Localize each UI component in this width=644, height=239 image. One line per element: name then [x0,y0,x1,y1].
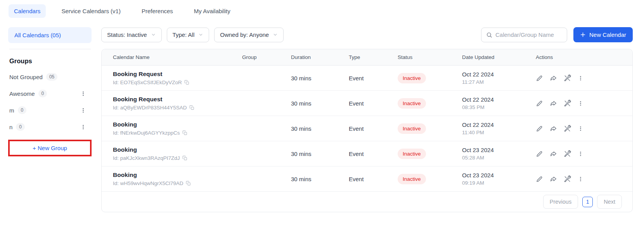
next-page-button[interactable]: Next [597,195,622,209]
chevron-down-icon [151,32,156,37]
new-calendar-button[interactable]: New Calendar [573,27,633,42]
new-calendar-label: New Calendar [589,31,626,38]
search-input[interactable] [495,31,562,38]
share-icon[interactable] [550,125,557,132]
group-count-badge: 0 [38,90,47,97]
status-badge: Inactive [398,123,426,134]
edit-icon[interactable] [536,74,543,82]
calendar-duration: 30 mins [291,100,349,107]
sidebar: All Calendars (05) Groups Not Grouped 05… [8,27,92,156]
edit-icon[interactable] [536,175,543,183]
group-name: Awesome [9,90,35,97]
calendar-name: Booking [113,121,242,128]
group-item-not-grouped[interactable]: Not Grouped 05 [8,72,92,81]
share-icon[interactable] [550,150,557,158]
current-page-button[interactable]: 1 [582,197,593,207]
calendar-type: Event [349,100,398,107]
more-options-icon[interactable] [578,151,583,157]
copy-icon[interactable] [184,80,189,85]
chevron-down-icon [273,32,278,37]
previous-page-button[interactable]: Previous [543,195,578,209]
tools-icon[interactable] [564,125,571,132]
share-icon[interactable] [550,100,557,107]
column-header-date-updated: Date Updated [462,54,536,60]
share-icon[interactable] [550,175,557,183]
calendar-name: Booking [113,171,242,178]
sidebar-item-all-calendars[interactable]: All Calendars (05) [8,27,92,43]
more-options-icon[interactable] [578,176,583,182]
group-item-awesome[interactable]: Awesome 0 [8,89,92,98]
new-group-button[interactable]: + New Group [10,141,90,155]
tools-icon[interactable] [564,74,571,82]
calendar-name: Booking Request [113,96,242,103]
tools-icon[interactable] [564,100,571,107]
annotation-highlight-box: + New Group [8,140,92,156]
calendar-name: Booking Request [113,71,242,78]
owned-by-filter-label: Owned by: Anyone [220,31,269,38]
calendar-search [481,28,567,42]
date-updated: Oct 23 2024 [462,147,536,153]
status-filter-dropdown[interactable]: Status: Inactive [101,28,162,42]
copy-icon[interactable] [182,130,187,135]
edit-icon[interactable] [536,150,543,158]
type-filter-label: Type: All [173,31,195,38]
time-updated: 09:19 AM [462,180,536,186]
column-header-type: Type [349,54,398,60]
type-filter-dropdown[interactable]: Type: All [167,28,209,42]
copy-icon[interactable] [186,181,191,186]
pagination: Previous 1 Next [102,192,632,212]
calendar-duration: 30 mins [291,176,349,182]
tab-my-availability[interactable]: My Availability [189,4,236,18]
calendars-table-card: Calendar Name Group Duration Type Status… [101,49,633,212]
calendar-id: Id: fNErkwDuj6AGYYkzppCs [113,130,180,136]
groups-heading: Groups [9,57,92,65]
column-header-duration: Duration [291,54,349,60]
group-menu-icon[interactable] [80,123,87,131]
tab-service-calendars-v1[interactable]: Service Calendars (v1) [56,4,126,18]
calendar-type: Event [349,125,398,132]
more-options-icon[interactable] [578,75,583,81]
status-badge: Inactive [398,174,426,184]
table-row: Booking Id: paKJcXkwn3RAzqPI7ZdJ 30 mins… [102,141,632,166]
owned-by-filter-dropdown[interactable]: Owned by: Anyone [214,28,284,42]
time-updated: 05:28 AM [462,155,536,161]
group-item-n[interactable]: n 0 [8,122,92,132]
calendar-name: Booking [113,146,242,153]
table-row: Booking Id: wH59wvHqwNgrX5Cl79AD 30 mins… [102,166,632,192]
plus-icon [580,32,586,38]
calendar-id: Id: paKJcXkwn3RAzqPI7ZdJ [113,155,180,161]
time-updated: 11:27 AM [462,79,536,85]
more-options-icon[interactable] [578,100,583,107]
calendar-type: Event [349,176,398,182]
tools-icon[interactable] [564,175,571,183]
column-header-calendar-name: Calendar Name [113,54,242,60]
tab-preferences[interactable]: Preferences [136,4,178,18]
time-updated: 11:40 PM [462,130,536,135]
copy-icon[interactable] [189,105,194,110]
calendar-id: Id: EO7EqSxCSIfJEkDyVZoR [113,80,182,85]
date-updated: Oct 22 2024 [462,121,536,128]
top-navigation: Calendars Service Calendars (v1) Prefere… [0,0,644,18]
calendar-type: Event [349,151,398,157]
calendar-duration: 30 mins [291,151,349,157]
share-icon[interactable] [550,74,557,82]
group-item-m[interactable]: m 0 [8,106,92,115]
group-name: Not Grouped [9,74,43,80]
filter-toolbar: Status: Inactive Type: All Owned by: Any… [101,27,633,42]
status-badge: Inactive [398,149,426,159]
main-content: Status: Inactive Type: All Owned by: Any… [101,27,633,212]
group-menu-icon[interactable] [80,90,87,97]
date-updated: Oct 22 2024 [462,71,536,78]
edit-icon[interactable] [536,125,543,132]
more-options-icon[interactable] [578,125,583,132]
column-header-actions: Actions [536,54,622,60]
tools-icon[interactable] [564,150,571,158]
group-name: n [9,124,12,130]
copy-icon[interactable] [182,156,187,161]
group-menu-icon[interactable] [80,107,87,114]
status-filter-label: Status: Inactive [107,31,147,38]
chevron-down-icon [198,32,203,37]
edit-icon[interactable] [536,100,543,107]
tab-calendars[interactable]: Calendars [9,4,46,18]
status-badge: Inactive [398,98,426,109]
